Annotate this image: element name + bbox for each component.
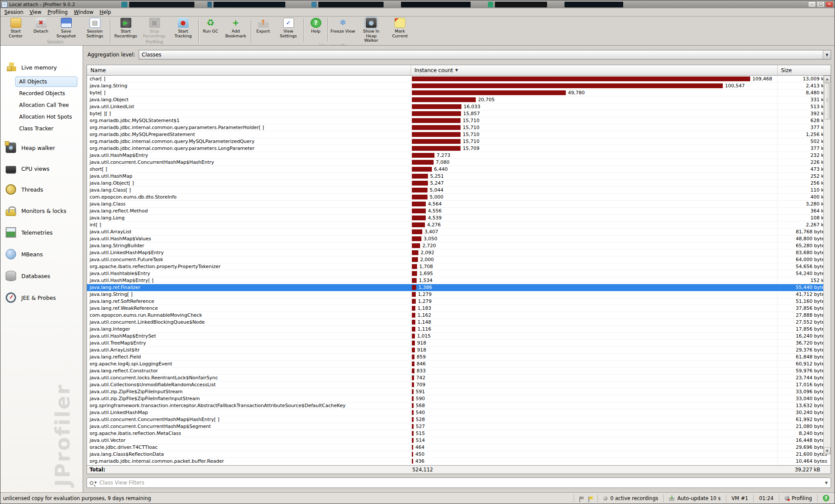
table-row[interactable]: short[ ]6,440473 kB [87,166,831,173]
table-row[interactable]: java.util.HashMap$Values3,05048,800 byte… [87,235,831,242]
toolbar-button-start-center[interactable]: Start Center [1,17,30,38]
close-button[interactable]: × [825,1,833,7]
table-row[interactable]: com.epopcon.eums.run.RunnableMovingCheck… [87,312,831,319]
flag-icon[interactable] [588,497,592,500]
table-row[interactable]: java.util.HashMap$Entry[ ]1,534152 kB [87,277,831,284]
menu-window[interactable]: Window [71,8,97,16]
table-row[interactable]: java.util.concurrent.FutureTask2,00064,0… [87,256,831,263]
table-row[interactable]: org.mariadb.jdbc.MySQLPreparedStatement1… [87,131,831,138]
table-row[interactable]: java.lang.String100,5472,413 kB [87,83,831,90]
table-row[interactable]: java.util.Hashtable$Entry[ ]43533,888 by… [87,465,831,465]
table-row[interactable]: java.lang.Integer1,11617,856 bytes [87,326,831,333]
filter-options-caret-icon[interactable]: ▼ [94,481,97,484]
table-row[interactable]: java.util.ArrayList$Itr91829,376 bytes [87,347,831,354]
table-row[interactable]: java.lang.String[ ]1,27941,712 bytes [87,291,831,298]
table-row[interactable]: org.apache.ibatis.reflection.MetaClass51… [87,430,831,437]
column-header-name[interactable]: Name [87,65,411,75]
table-row[interactable]: java.lang.ref.WeakReference1,18337,856 b… [87,305,831,312]
table-row[interactable]: java.util.HashMap5,251252 kB [87,173,831,180]
table-row[interactable]: java.util.HashMap$Entry7,273232 kB [87,152,831,159]
table-row[interactable]: org.mariadb.jdbc.internal.common.query.M… [87,138,831,145]
toolbar-button-export[interactable]: ↑Export [252,17,274,34]
table-row[interactable]: java.lang.Object[ ]5,247256 kB [87,180,831,187]
table-row[interactable]: java.util.Vector51416,448 bytes [87,437,831,444]
menu-view[interactable]: View [27,8,44,16]
toolbar-button-show-in-heap-walker[interactable]: ●Show In Heap Walker [357,17,386,43]
table-row[interactable]: java.lang.Long4,539108 kB [87,215,831,222]
sidebar-section-monitors-locks[interactable]: Monitors & locks [0,203,83,219]
class-view-filter-input[interactable]: ▼ Class View Filters ▼ [87,477,831,488]
table-row[interactable]: int[ ]4,2762,267 kB [87,222,831,229]
menu-profiling[interactable]: Profiling [44,8,70,16]
table-row[interactable]: java.util.Collections$UnmodifiableRandom… [87,381,831,388]
scrollbar-thumb[interactable] [824,83,830,119]
column-header-size[interactable]: Size [778,65,831,75]
table-row[interactable]: java.lang.Class4,5643,280 kB [87,201,831,208]
table-row[interactable]: org.mariadb.jdbc.internal.common.packet.… [87,458,831,465]
vertical-scrollbar[interactable]: ▲ ▼ [823,76,831,454]
toolbar-button-run-gc[interactable]: ♻Run GC [200,17,221,34]
table-row[interactable]: oracle.jdbc.driver.T4CTTIoac46429,696 by… [87,444,831,451]
table-row[interactable]: org.springframework.transaction.intercep… [87,402,831,409]
sidebar-section-live-memory[interactable]: Live memory [0,60,83,75]
sidebar-section-threads[interactable]: Threads [0,182,83,197]
table-row[interactable]: java.util.concurrent.ConcurrentHashMap$S… [87,423,831,430]
sidebar-section-databases[interactable]: Databases [0,268,83,284]
toolbar-button-mark-current[interactable]: Mark Current [386,17,414,38]
menu-help[interactable]: Help [97,8,114,16]
toolbar-button-start-tracking[interactable]: ●Start Tracking [169,17,197,38]
toolbar-button-save-snapshot[interactable]: Save Snapshot [52,17,80,38]
sidebar-item-recorded-objects[interactable]: Recorded Objects [15,88,77,99]
sidebar-item-all-objects[interactable]: All Objects [15,76,77,87]
table-row[interactable]: java.util.concurrent.locks.ReentrantLock… [87,375,831,381]
table-row[interactable]: java.lang.ref.SoftReference1,27951,160 b… [87,298,831,305]
table-row[interactable]: java.util.LinkedHashMap$Entry2,09283,680… [87,249,831,256]
sidebar-section-telemetries[interactable]: Telemetries [0,225,83,240]
table-row[interactable]: java.util.concurrent.ConcurrentHashMap$H… [87,416,831,423]
toolbar-button-help[interactable]: ?Help [305,17,327,34]
table-row[interactable]: java.lang.Class[ ]5,044110 kB [87,187,831,194]
toolbar-button-view-settings[interactable]: ✓View Settings [274,17,303,38]
table-row[interactable]: java.util.zip.ZipFile$ZipFileInflaterInp… [87,395,831,402]
table-row[interactable]: byte[ ][ ]15,857392 kB [87,110,831,117]
menu-session[interactable]: Session [1,8,27,16]
table-row[interactable]: java.util.TreeMap$Entry91836,720 bytes [87,340,831,347]
table-row[interactable]: java.util.LinkedHashMap54030,240 bytes [87,409,831,416]
table-row[interactable]: org.mariadb.jdbc.MySQLStatement$115,7106… [87,117,831,124]
table-row[interactable]: java.lang.Class$ReflectionData45021,600 … [87,451,831,458]
table-row[interactable]: byte[ ]49,7808,480 kB [87,90,831,96]
table-row[interactable]: java.util.concurrent.ConcurrentHashMap$H… [87,159,831,166]
sidebar-section-mbeans[interactable]: MBeans [0,246,83,262]
status-segment-help-status[interactable]: ? [817,494,835,502]
table-row[interactable]: java.util.LinkedList16,033513 kB [87,103,831,110]
table-row[interactable]: java.util.Hashtable$Entry1,69554,240 byt… [87,270,831,277]
bookmark-flag-icon[interactable] [579,497,583,500]
aggregation-level-select[interactable]: Classes ▼ [139,50,831,60]
sidebar-section-cpu-views[interactable]: CPU views [0,162,83,176]
table-row[interactable]: java.util.HashMap$EntrySet1,01516,240 by… [87,333,831,340]
toolbar-button-start-recordings[interactable]: ▶Start Recordings [111,17,140,38]
maximize-button[interactable]: □ [817,1,825,7]
table-row[interactable]: org.mariadb.jdbc.internal.common.query.p… [87,145,831,152]
table-row[interactable]: char[ ]109,46813,009 kB [87,76,831,83]
scroll-down-button[interactable]: ▼ [824,448,831,454]
sidebar-item-allocation-hot-spots[interactable]: Allocation Hot Spots [15,112,77,122]
table-row[interactable]: java.lang.reflect.Constructor83359,976 b… [87,368,831,375]
toolbar-button-detach[interactable]: ✖Detach [30,17,52,34]
column-header-instance-count[interactable]: Instance count ▼ [411,65,778,75]
scroll-up-button[interactable]: ▲ [824,76,831,83]
table-row[interactable]: java.lang.ref.Finalizer1,38655,440 bytes [87,284,831,291]
status-segment-bookmark-flags[interactable] [574,494,598,502]
scrollbar-track[interactable] [824,120,831,448]
toolbar-button-freeze-view[interactable]: ❄Freeze View [329,17,357,34]
minimize-button[interactable]: – [808,1,816,7]
table-row[interactable]: java.util.concurrent.LinkedBlockingQueue… [87,319,831,326]
filter-history-dropdown-icon[interactable]: ▼ [824,481,831,485]
table-row[interactable]: java.util.ArrayList3,40781,768 bytes [87,229,831,235]
sidebar-item-class-tracker[interactable]: Class Tracker [15,123,77,134]
toolbar-button-session-settings[interactable]: ▤Session Settings [80,17,109,38]
table-row[interactable]: java.lang.StringBuilder2,72065,280 bytes [87,242,831,249]
table-row[interactable]: com.epopcon.eums.db.dto.StoreInfo5,00040… [87,194,831,201]
table-row[interactable]: java.lang.reflect.Field85961,848 bytes [87,354,831,361]
table-row[interactable]: org.mariadb.jdbc.internal.common.query.p… [87,124,831,131]
